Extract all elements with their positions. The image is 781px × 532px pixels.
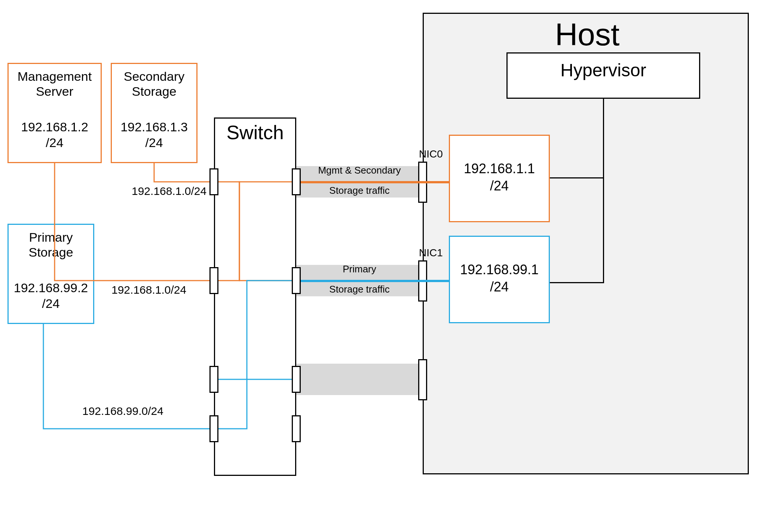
mgmt-traffic-l2: Storage traffic [296,185,423,196]
nic1-label: NIC1 [419,247,443,259]
switch-port-r3 [292,366,301,393]
wire-secondary [154,163,209,182]
nic0-label: NIC0 [419,148,443,160]
net-label-primary: 192.168.99.0/24 [82,405,163,418]
secondary-title: Secondary Storage [111,69,197,99]
primary-traffic-l2: Storage traffic [296,284,423,295]
mgmt-traffic-l1: Mgmt & Secondary [296,165,423,176]
secondary-ip: 192.168.1.3 [111,120,197,134]
hv-nic1-vert [603,99,604,282]
host-title: Host [531,16,643,53]
primary-ip: 192.168.99.2 [7,281,94,295]
mgmt-ip: 192.168.1.2 [7,120,102,134]
nic0-link [301,181,449,183]
switch-port-l4 [209,415,218,442]
nic1-mask: /24 [449,279,550,295]
net-label-mgmt: 192.168.1.0/24 [111,284,186,296]
diagram-stage: Host Hypervisor NIC0 192.168.1.1 /24 NIC… [0,0,781,532]
net-label-sec: 192.168.1.0/24 [132,185,206,198]
switch-port-l3 [209,366,218,393]
switch-port-r4 [292,415,301,442]
primary-mask: /24 [7,296,94,311]
primary-title: Primary Storage [7,230,94,260]
host-port-3 [418,359,427,400]
switch-box [214,117,296,476]
switch-port-l1 [209,168,218,195]
traffic-bar-3 [296,364,423,395]
hv-nic0-horz [550,177,604,178]
nic1-link [301,280,449,282]
hv-nic1-horz [550,282,604,283]
nic0-mask: /24 [449,178,550,194]
mgmt-title: Management Server [7,69,102,99]
switch-port-l2 [209,267,218,294]
nic0-ip: 192.168.1.1 [449,161,550,177]
secondary-mask: /24 [111,135,197,150]
switch-title: Switch [214,121,296,144]
nic1-ip: 192.168.99.1 [449,262,550,278]
mgmt-mask: /24 [7,135,102,150]
primary-traffic-l1: Primary [296,263,423,275]
hypervisor-title: Hypervisor [506,60,700,80]
